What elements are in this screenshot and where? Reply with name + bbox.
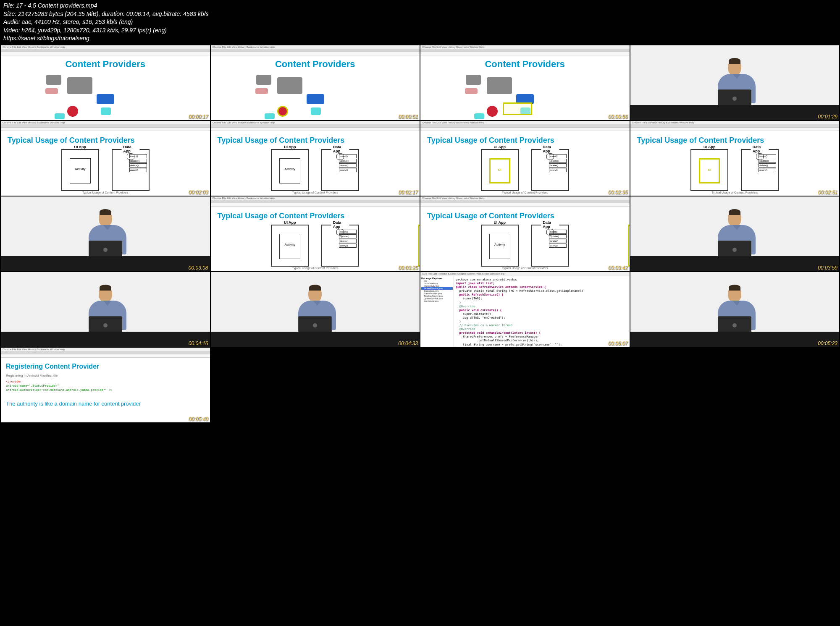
code-line: @Override xyxy=(456,305,628,309)
thumbnail-14: 00:04:33 xyxy=(211,272,420,347)
code-line: protected void onHandleIntent(Intent int… xyxy=(456,331,628,335)
timestamp: 00:00:51 xyxy=(398,114,418,120)
meta-audio: Audio: aac, 44100 Hz, stereo, s16, 253 k… xyxy=(3,18,837,26)
thumbnail-8: Chrome File Edit View History Bookmarks … xyxy=(630,121,840,196)
thumbnail-2: Chrome File Edit View History Bookmarks … xyxy=(211,45,420,120)
meta-video: Video: h264, yuv420p, 1280x720, 4313 kb/… xyxy=(3,26,837,35)
usage-diagram: UI App Activity Data App insert()update(… xyxy=(4,149,207,191)
code-line: final String username = prefs.getString(… xyxy=(456,343,628,347)
thumbnail-5: Chrome File Edit View History Bookmarks … xyxy=(1,121,210,196)
code-line: @Override xyxy=(456,327,628,331)
package-explorer: Package Explorer srccom.marakanaMainActi… xyxy=(420,276,454,347)
thumbnail-9: 00:03:08 xyxy=(1,196,210,271)
ide-menu: ADT File Edit Refactor Source Navigate S… xyxy=(420,272,630,276)
ide-window: Package Explorer srccom.marakanaMainActi… xyxy=(420,276,630,347)
thumbnail-16: 00:05:23 xyxy=(630,272,840,347)
annotation-highlight xyxy=(503,102,532,115)
meta-size: Size: 214275283 bytes (204.35 MiB), dura… xyxy=(3,10,837,18)
timestamp: 00:01:29 xyxy=(818,114,837,120)
thumbnail-7: Chrome File Edit View History Bookmarks … xyxy=(420,121,630,196)
architecture-diagram xyxy=(13,73,198,119)
thumbnail-17: Chrome File Edit View History Bookmarks … xyxy=(1,348,210,422)
ide-file-item: YambaApp.java xyxy=(421,300,453,302)
thumbnail-11: Chrome File Edit View History Bookmarks … xyxy=(420,196,630,271)
code-line: public void onCreate() { xyxy=(456,309,628,312)
thumbnail-15: ADT File Edit Refactor Source Navigate S… xyxy=(420,272,630,347)
code-line: // Executes on a worker thread xyxy=(456,324,628,327)
menu-bar: Chrome File Edit View History Bookmarks … xyxy=(1,45,210,49)
timestamp: 00:00:17 xyxy=(189,114,208,120)
authority-note: The authority is like a domain name for … xyxy=(6,401,205,407)
thumbnail-13: 00:04:16 xyxy=(1,272,210,347)
code-line: import java.util.List; xyxy=(456,282,628,285)
file-metadata: File: 17 - 4.5 Content providers.mp4 Siz… xyxy=(0,0,840,45)
code-line: super(TAG); xyxy=(456,297,628,301)
browser-chrome: Chrome File Edit View History Bookmarks … xyxy=(1,45,210,55)
slide-title: Content Providers xyxy=(4,59,207,70)
code-line: package com.marakana.android.yamba; xyxy=(456,278,628,282)
code-line: public class RefreshService extends Inte… xyxy=(456,285,628,289)
code-line: .getDefaultSharedPreferences(this); xyxy=(456,339,628,343)
annotation-box xyxy=(418,225,420,267)
thumbnail-4: 00:01:29 xyxy=(630,45,840,120)
code-line: private static final String TAG = Refres… xyxy=(456,289,628,293)
browser-chrome: Chrome File Edit View History Bookmarks … xyxy=(211,45,420,55)
code-line: SharedPreferences prefs = PreferenceMana… xyxy=(456,335,628,339)
code-line: Log.d(TAG, "onCreated"); xyxy=(456,316,628,320)
registering-slide: Registering Content Provider Registering… xyxy=(1,358,210,412)
meta-url: https://sanet.st/blogs/tutorialseng xyxy=(3,34,837,43)
code-line: public RefreshService() { xyxy=(456,293,628,297)
db-icon xyxy=(127,153,134,160)
thumbnail-3: Chrome File Edit View History Bookmarks … xyxy=(420,45,630,120)
presenter-video xyxy=(630,45,840,120)
thumbnail-grid: Chrome File Edit View History Bookmarks … xyxy=(0,45,840,423)
timestamp: 00:00:56 xyxy=(608,114,628,120)
thumbnail-1: Chrome File Edit View History Bookmarks … xyxy=(1,45,210,120)
thumbnail-6: Chrome File Edit View History Bookmarks … xyxy=(211,121,420,196)
code-editor: package com.marakana.android.yamba;impor… xyxy=(454,276,630,347)
tab-bar xyxy=(1,49,210,52)
code-line: } xyxy=(456,301,628,305)
meta-file: File: 17 - 4.5 Content providers.mp4 xyxy=(3,2,837,10)
thumbnail-12: 00:03:59 xyxy=(630,196,840,271)
code-line: super.onCreate(); xyxy=(456,312,628,316)
address-bar xyxy=(1,52,210,55)
thumbnail-10: Chrome File Edit View History Bookmarks … xyxy=(211,196,420,271)
code-line: } xyxy=(456,320,628,324)
slide-content: Content Providers xyxy=(1,55,210,120)
